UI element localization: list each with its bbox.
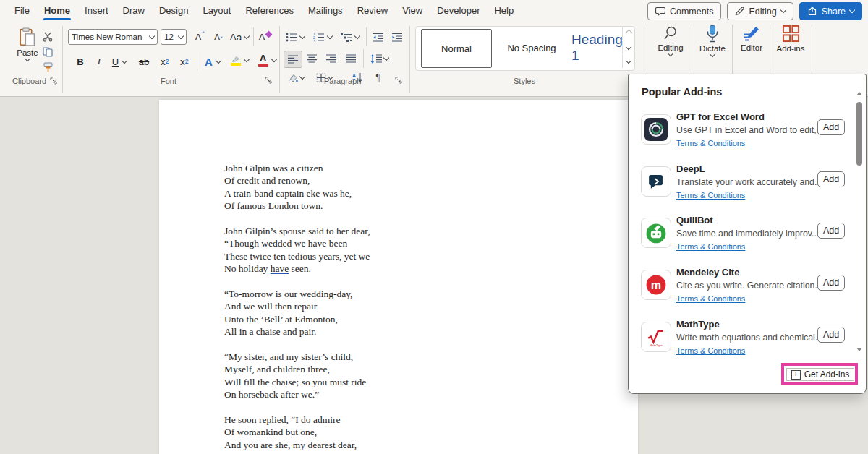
highlighter-icon [231,55,241,66]
change-case-button[interactable]: Aa [229,29,250,45]
addins-button[interactable]: Add-ins [771,25,810,53]
menu-tab-mailings[interactable]: Mailings [301,0,350,22]
menu-tab-references[interactable]: References [238,0,300,22]
clear-formatting-button[interactable]: A [256,29,273,45]
font-name-combo[interactable]: Times New Roman [68,29,158,45]
superscript-button[interactable]: x2 [176,53,193,69]
scroll-up-icon[interactable] [856,90,862,96]
terms-and-conditions-link[interactable]: Terms & Conditions [676,191,745,200]
addin-name: MathType [676,319,720,330]
styles-gallery-more[interactable] [622,55,634,68]
cut-button[interactable] [41,30,55,43]
bold-button[interactable]: B [72,53,88,69]
quillbot-icon [641,218,671,248]
align-right-button[interactable] [323,51,340,67]
align-center-button[interactable] [303,51,320,67]
copy-button[interactable] [41,46,55,59]
decrease-indent-button[interactable] [370,29,387,45]
add-button[interactable]: Add [817,223,845,239]
poem-stanza: He soon replied, “I do admireOf womankin… [224,414,370,451]
numbering-button[interactable]: 123 [311,29,334,45]
scrollbar-thumb[interactable] [856,102,862,166]
underline-button[interactable]: U [109,53,130,69]
addins-scrollbar[interactable] [855,80,864,356]
multilevel-list-button[interactable] [339,29,362,45]
paragraph-dialog-launcher[interactable] [395,77,402,84]
svg-text:3: 3 [313,38,315,42]
menu-tab-developer[interactable]: Developer [430,0,487,22]
addin-description: Cite as you write. Generate citation... [676,280,818,291]
chevron-down-icon [122,57,127,63]
poem-line: He soon replied, “I do admire [224,414,370,426]
menu-tab-file[interactable]: File [7,0,37,22]
menu-tab-view[interactable]: View [395,0,430,22]
justify-button[interactable] [342,51,359,67]
increase-indent-button[interactable] [388,29,406,45]
align-left-button[interactable] [284,51,302,68]
terms-and-conditions-link[interactable]: Terms & Conditions [676,242,745,251]
scroll-down-icon[interactable] [856,346,862,352]
shrink-font-button[interactable]: Aˇ [210,29,227,45]
grow-font-button[interactable]: Aˆ [191,29,208,45]
font-dialog-launcher[interactable] [265,77,272,84]
font-size-combo[interactable]: 12 [161,29,187,45]
editing-mode-button[interactable]: Editing [727,2,793,20]
comment-icon [655,7,665,16]
italic-button[interactable]: I [91,53,107,69]
poem-line: No holiday have seen. [224,262,370,275]
editor-button[interactable]: Editor [733,25,770,52]
addins-list: GPT for Excel WordUse GPT in Excel and W… [629,106,854,358]
poem-stanza: “My sister, and my sister’s child,Myself… [224,351,370,401]
dialog-launcher-icon[interactable] [50,77,57,85]
chevron-down-icon [354,33,360,38]
terms-and-conditions-link[interactable]: Terms & Conditions [676,346,745,355]
terms-and-conditions-link[interactable]: Terms & Conditions [676,139,745,147]
shading-button[interactable] [285,71,307,84]
font-color-button[interactable]: A [255,52,279,68]
menu-tab-draw[interactable]: Draw [116,0,152,22]
addin-name: DeepL [676,163,705,174]
subscript-button[interactable]: x2 [156,53,174,69]
document-page[interactable]: John Gilpin was a citizenOf credit and r… [159,100,638,454]
format-painter-button[interactable] [41,61,55,74]
terms-and-conditions-link[interactable]: Terms & Conditions [676,294,745,303]
menu-tabs: FileHomeInsertDrawDesignLayoutReferences… [7,0,521,22]
add-button[interactable]: Add [817,275,845,291]
chevron-down-icon [383,54,388,60]
poem-line: Unto the ’Bell’ at Edmonton, [224,313,370,325]
add-button[interactable]: Add [817,119,845,135]
share-icon [807,7,817,16]
menu-tab-insert[interactable]: Insert [77,0,116,22]
menu-tab-design[interactable]: Design [152,0,195,22]
editing-button[interactable]: Editing [651,25,690,56]
poem-line: Of famous London town. [224,200,370,212]
dictate-button[interactable]: Dictate [694,25,731,56]
get-addins-button[interactable]: + Get Add-ins [786,368,854,381]
paste-button[interactable]: Paste [12,27,43,61]
menu-tab-review[interactable]: Review [350,0,396,22]
text-highlight-button[interactable] [227,52,252,68]
styles-scroll-up[interactable] [622,27,634,40]
text-effects-button[interactable]: A [201,53,224,69]
comments-button[interactable]: Comments [647,2,721,20]
addin-item: GPT for Excel WordUse GPT in Excel and W… [629,106,854,158]
share-button[interactable]: Share [799,2,862,20]
style-normal[interactable]: Normal [421,29,492,68]
line-spacing-button[interactable] [367,51,391,67]
share-label: Share [822,7,846,17]
menu-tab-home[interactable]: Home [37,0,77,22]
styles-scroll-down[interactable] [622,41,634,54]
menu-tab-layout[interactable]: Layout [195,0,238,22]
addins-grid-icon [782,25,800,43]
menu-tab-help[interactable]: Help [487,0,521,22]
poem-line: Of credit and renown, [224,174,370,187]
mendeley-cite-icon: m [641,270,671,300]
strikethrough-button[interactable]: ab [135,53,153,69]
addin-item: QuillBotSave time and immediately improv… [629,210,854,262]
style-no-spacing[interactable]: No Spacing [498,29,566,67]
pilcrow-button[interactable]: ¶ [370,71,386,84]
addin-description: Translate your work accurately and... [676,177,818,187]
add-button[interactable]: Add [817,327,845,343]
add-button[interactable]: Add [817,171,845,187]
bullets-button[interactable] [284,29,307,45]
